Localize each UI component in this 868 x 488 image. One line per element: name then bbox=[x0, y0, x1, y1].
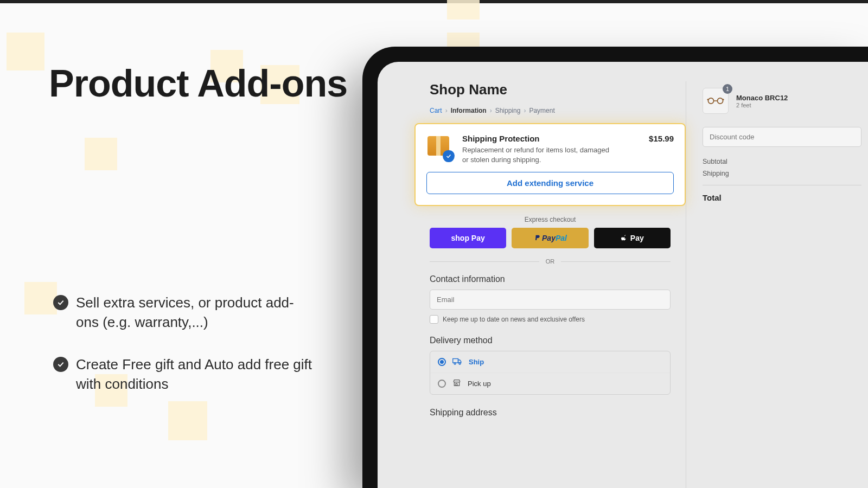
or-divider: OR bbox=[430, 258, 671, 265]
breadcrumb-payment: Payment bbox=[529, 107, 554, 114]
hero-bullets: Sell extra services, or product add-ons … bbox=[53, 293, 314, 416]
svg-point-2 bbox=[459, 363, 461, 364]
paypal-icon bbox=[533, 234, 542, 242]
check-icon bbox=[53, 357, 68, 372]
delivery-method-heading: Delivery method bbox=[430, 336, 671, 345]
radio-unselected-icon bbox=[438, 380, 446, 388]
shop-pay-button[interactable]: shop Pay bbox=[430, 228, 506, 248]
device-frame: Shop Name Cart › Information › Shipping … bbox=[362, 47, 868, 488]
contact-information-heading: Contact information bbox=[430, 274, 671, 284]
shipping-label: Shipping bbox=[703, 170, 729, 177]
package-shield-icon bbox=[426, 134, 452, 160]
breadcrumb-shipping: Shipping bbox=[495, 107, 521, 114]
truck-icon bbox=[452, 357, 462, 367]
apple-icon bbox=[621, 234, 628, 242]
cart-item-variant: 2 feet bbox=[736, 102, 788, 108]
addon-card: Shipping Protection Replacement or refun… bbox=[414, 123, 686, 206]
add-extending-service-button[interactable]: Add extending service bbox=[426, 172, 674, 194]
newsletter-checkbox[interactable] bbox=[430, 315, 438, 324]
discount-code-input[interactable] bbox=[703, 127, 861, 147]
addon-price: $15.99 bbox=[649, 134, 674, 143]
cart-item: 1 Monaco BRC12 2 feet bbox=[703, 88, 861, 114]
bullet-text: Sell extra services, or product add-ons … bbox=[76, 293, 314, 332]
cart-item-qty-badge: 1 bbox=[723, 84, 732, 94]
svg-point-6 bbox=[717, 98, 723, 104]
newsletter-label: Keep me up to date on news and exclusive… bbox=[443, 316, 585, 323]
hero-title: Product Add-ons bbox=[49, 62, 347, 105]
addon-title: Shipping Protection bbox=[462, 134, 639, 143]
shop-name: Shop Name bbox=[430, 81, 671, 98]
paypal-button[interactable]: PayPal bbox=[512, 228, 588, 248]
addon-description: Replacement or refund for items lost, da… bbox=[462, 145, 614, 164]
delivery-option-pickup[interactable]: Pick up bbox=[430, 373, 670, 394]
svg-point-5 bbox=[708, 98, 713, 104]
email-field[interactable] bbox=[430, 290, 671, 310]
total-label: Total bbox=[703, 193, 722, 202]
svg-point-1 bbox=[454, 363, 456, 364]
breadcrumb-information: Information bbox=[451, 107, 487, 114]
radio-selected-icon bbox=[438, 358, 446, 366]
breadcrumb-cart[interactable]: Cart bbox=[430, 107, 442, 114]
svg-rect-4 bbox=[456, 383, 457, 386]
chevron-right-icon: › bbox=[490, 107, 492, 114]
apple-pay-button[interactable]: Pay bbox=[594, 228, 671, 248]
store-icon bbox=[452, 379, 461, 388]
svg-rect-3 bbox=[454, 382, 459, 386]
breadcrumb: Cart › Information › Shipping › Payment bbox=[430, 107, 671, 114]
subtotal-label: Subtotal bbox=[703, 158, 727, 165]
check-icon bbox=[53, 295, 68, 310]
chevron-right-icon: › bbox=[445, 107, 448, 114]
chevron-right-icon: › bbox=[524, 107, 526, 114]
cart-item-name: Monaco BRC12 bbox=[736, 94, 788, 102]
glasses-icon bbox=[706, 97, 725, 105]
bullet-text: Create Free gift and Auto add free gift … bbox=[76, 355, 314, 394]
delivery-option-ship[interactable]: Ship bbox=[430, 351, 670, 373]
svg-rect-0 bbox=[453, 359, 458, 363]
express-checkout-label: Express checkout bbox=[430, 216, 671, 223]
cart-item-thumbnail: 1 bbox=[703, 88, 729, 114]
shipping-address-heading: Shipping address bbox=[430, 408, 671, 418]
